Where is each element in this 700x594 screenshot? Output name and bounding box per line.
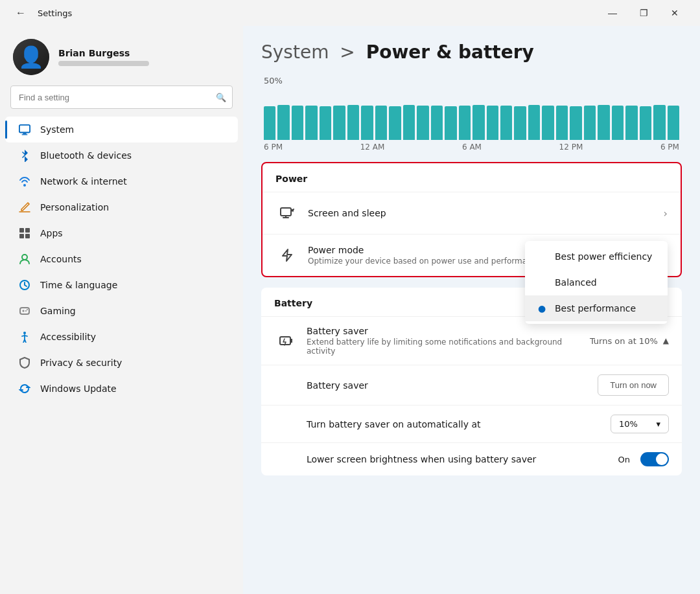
sidebar-item-system[interactable]: System bbox=[5, 117, 238, 143]
title-bar-left: ← Settings bbox=[10, 3, 72, 23]
breadcrumb-separator: > bbox=[340, 41, 355, 63]
brightness-label: Lower screen brightness when using batte… bbox=[307, 454, 618, 464]
screen-sleep-control: › bbox=[664, 207, 668, 220]
close-button[interactable]: ✕ bbox=[660, 3, 690, 23]
back-button[interactable]: ← bbox=[10, 3, 31, 23]
sidebar-item-personalization[interactable]: Personalization bbox=[5, 194, 238, 220]
svg-rect-13 bbox=[281, 208, 291, 216]
dropdown-item-efficiency[interactable]: Best power efficiency bbox=[525, 244, 668, 269]
dropdown-item-balanced[interactable]: Balanced bbox=[525, 269, 668, 295]
chart-bar bbox=[528, 105, 540, 140]
svg-rect-5 bbox=[19, 234, 24, 238]
svg-point-12 bbox=[23, 332, 26, 334]
chart-bar bbox=[277, 105, 289, 140]
accounts-icon bbox=[18, 253, 31, 266]
svg-rect-4 bbox=[25, 228, 30, 233]
sidebar-item-privacy[interactable]: Privacy & security bbox=[5, 350, 238, 376]
chart-time-label: 6 PM bbox=[264, 143, 283, 152]
chart-bar bbox=[389, 106, 401, 140]
battery-saver-row-text: Battery saver bbox=[274, 380, 598, 391]
battery-saver-row: Battery saver Turn on now bbox=[261, 365, 682, 405]
sidebar-item-update[interactable]: Windows Update bbox=[5, 376, 238, 402]
performance-checkmark: ● bbox=[538, 303, 548, 314]
sidebar-item-apps[interactable]: Apps bbox=[5, 220, 238, 246]
chart-bar bbox=[445, 106, 456, 140]
power-mode-dropdown[interactable]: Best power efficiency Balanced ● Best pe… bbox=[525, 241, 668, 324]
brightness-toggle-label: On bbox=[618, 455, 630, 464]
chart-bar bbox=[472, 105, 484, 140]
chevron-up-icon: ▲ bbox=[663, 336, 669, 345]
auto-on-row[interactable]: Turn battery saver on automatically at 1… bbox=[261, 405, 682, 442]
chart-bar bbox=[459, 106, 471, 140]
chart-bar bbox=[653, 105, 665, 140]
dropdown-item-performance[interactable]: ● Best performance bbox=[525, 295, 668, 321]
content-area: System > Power & battery 50% 6 PM12 AM6 … bbox=[243, 26, 700, 594]
sidebar-item-label-accounts: Accounts bbox=[40, 254, 82, 264]
sidebar-item-accessibility[interactable]: Accessibility bbox=[5, 324, 238, 350]
brightness-toggle[interactable] bbox=[640, 452, 669, 466]
chart-bar bbox=[333, 106, 345, 140]
user-section: Brian Burgess bbox=[0, 31, 243, 86]
auto-on-select[interactable]: 10% ▾ bbox=[611, 415, 669, 433]
bluetooth-icon bbox=[18, 149, 31, 162]
svg-rect-9 bbox=[20, 308, 29, 314]
auto-on-text: Turn battery saver on automatically at bbox=[274, 419, 611, 429]
chart-percent-label: 50% bbox=[264, 76, 679, 86]
turn-on-button[interactable]: Turn on now bbox=[598, 374, 669, 396]
battery-chart: 50% 6 PM12 AM6 AM12 PM6 PM bbox=[261, 76, 682, 152]
minimize-button[interactable]: — bbox=[598, 3, 627, 23]
chart-time-label: 6 PM bbox=[660, 143, 679, 152]
chart-bar bbox=[403, 105, 415, 140]
chevron-right-icon: › bbox=[664, 207, 668, 220]
dropdown-label-performance: Best performance bbox=[555, 303, 636, 314]
chart-bar bbox=[598, 105, 609, 140]
gaming-icon bbox=[18, 304, 31, 317]
auto-on-value: 10% bbox=[619, 419, 638, 429]
personalization-icon bbox=[18, 201, 31, 214]
svg-rect-1 bbox=[23, 133, 26, 134]
brightness-row: Lower screen brightness when using batte… bbox=[261, 442, 682, 475]
chart-bar bbox=[542, 106, 554, 140]
svg-rect-3 bbox=[19, 228, 24, 233]
auto-on-chevron: ▾ bbox=[656, 419, 660, 429]
brightness-text: Lower screen brightness when using batte… bbox=[274, 454, 618, 464]
chart-time-label: 12 PM bbox=[559, 143, 583, 152]
chart-bar bbox=[514, 106, 526, 140]
search-input[interactable] bbox=[10, 86, 233, 109]
chart-bar bbox=[570, 106, 581, 140]
chart-bar bbox=[584, 106, 596, 140]
sidebar-item-label-bluetooth: Bluetooth & devices bbox=[40, 150, 132, 161]
dropdown-label-efficiency: Best power efficiency bbox=[555, 251, 652, 262]
chart-bar bbox=[305, 106, 317, 140]
sidebar-item-accounts[interactable]: Accounts bbox=[5, 246, 238, 272]
breadcrumb-parent: System bbox=[261, 41, 329, 63]
accessibility-icon bbox=[18, 330, 31, 343]
battery-saver-label: Battery saver bbox=[307, 326, 590, 336]
chart-bar bbox=[668, 106, 679, 140]
search-box[interactable]: 🔍 bbox=[10, 86, 233, 109]
power-mode-row[interactable]: Power mode Optimize your device based on… bbox=[262, 234, 681, 276]
screen-sleep-icon bbox=[275, 201, 299, 225]
user-name: Brian Burgess bbox=[58, 48, 149, 58]
chart-labels: 6 PM12 AM6 AM12 PM6 PM bbox=[264, 143, 679, 152]
sidebar-item-bluetooth[interactable]: Bluetooth & devices bbox=[5, 143, 238, 168]
privacy-icon bbox=[18, 356, 31, 369]
battery-saver-desc: Extend battery life by limiting some not… bbox=[307, 337, 590, 356]
sidebar: Brian Burgess 🔍 System Bluetooth & devic… bbox=[0, 26, 243, 594]
sidebar-item-label-time: Time & language bbox=[40, 280, 117, 290]
main-container: Brian Burgess 🔍 System Bluetooth & devic… bbox=[0, 26, 700, 594]
sidebar-item-network[interactable]: Network & internet bbox=[5, 168, 238, 194]
power-mode-icon bbox=[275, 244, 299, 267]
sidebar-item-time[interactable]: Time & language bbox=[5, 272, 238, 298]
chart-time-label: 6 AM bbox=[462, 143, 482, 152]
auto-on-label: Turn battery saver on automatically at bbox=[307, 419, 611, 429]
screen-sleep-row[interactable]: Screen and sleep › bbox=[262, 192, 681, 234]
battery-saver-row-label: Battery saver bbox=[307, 380, 598, 391]
sidebar-item-gaming[interactable]: Gaming bbox=[5, 298, 238, 324]
maximize-button[interactable]: ❐ bbox=[629, 3, 659, 23]
page-title: Power & battery bbox=[366, 41, 534, 63]
chart-bar bbox=[556, 106, 568, 140]
app-title: Settings bbox=[38, 8, 72, 18]
apps-icon bbox=[18, 227, 31, 240]
chart-time-label: 12 AM bbox=[360, 143, 385, 152]
